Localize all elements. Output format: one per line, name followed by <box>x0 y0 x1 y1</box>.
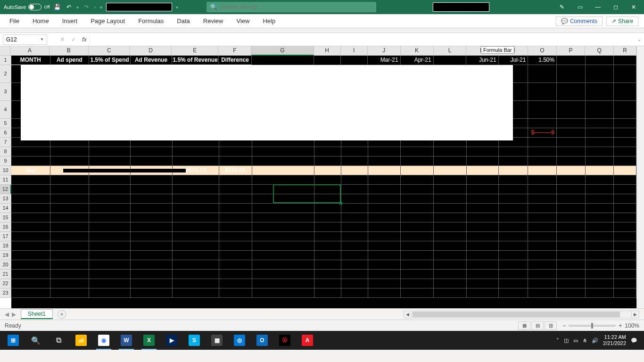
cell-G21[interactable] <box>252 270 314 279</box>
cell-L22[interactable] <box>434 279 467 288</box>
col-header-H[interactable]: H <box>314 46 341 56</box>
cell-N1[interactable]: Jul-21 <box>499 56 528 65</box>
cell-N22[interactable] <box>499 279 528 288</box>
cell-G8[interactable] <box>252 147 314 156</box>
cell-I11[interactable] <box>341 175 368 185</box>
cell-H13[interactable] <box>314 194 341 204</box>
row-header-9[interactable]: 9 <box>0 156 11 166</box>
cell-O17[interactable] <box>528 232 557 241</box>
outlook-icon[interactable]: O <box>251 331 273 350</box>
cell-F23[interactable] <box>219 288 252 298</box>
autosave-toggle[interactable]: AutoSave Off <box>4 4 50 10</box>
cell-C18[interactable] <box>89 241 131 251</box>
share-button[interactable]: ↗ Share <box>606 16 638 26</box>
cell-A13[interactable] <box>11 194 50 204</box>
cell-Q5[interactable] <box>586 119 614 128</box>
cell-L9[interactable] <box>434 156 467 166</box>
app-icon-1[interactable]: ⦿ <box>273 331 296 350</box>
cell-K13[interactable] <box>401 194 434 204</box>
cell-G17[interactable] <box>252 232 314 241</box>
add-sheet-button[interactable]: + <box>58 310 66 319</box>
cell-A12[interactable] <box>11 185 50 194</box>
row-header-21[interactable]: 21 <box>0 270 11 279</box>
cell-R12[interactable] <box>614 185 636 194</box>
cell-J23[interactable] <box>368 288 401 298</box>
task-view-icon[interactable]: ⧉ <box>47 331 70 350</box>
cell-O18[interactable] <box>528 241 557 251</box>
row-header-16[interactable]: 16 <box>0 222 11 232</box>
row-header-4[interactable]: 4 <box>0 101 11 119</box>
cell-A16[interactable] <box>11 222 50 232</box>
cell-H22[interactable] <box>314 279 341 288</box>
cell-M9[interactable] <box>467 156 499 166</box>
cell-O22[interactable] <box>528 279 557 288</box>
name-box-dropdown-icon[interactable]: ▼ <box>40 37 44 41</box>
cell-N10[interactable] <box>499 166 528 175</box>
cell-K20[interactable] <box>401 260 434 270</box>
cell-E1[interactable]: 1.5% of Revenue <box>172 56 219 65</box>
cell-O8[interactable] <box>528 147 557 156</box>
cell-P17[interactable] <box>557 232 586 241</box>
cell-Q8[interactable] <box>586 147 614 156</box>
cell-C13[interactable] <box>89 194 131 204</box>
cell-Q20[interactable] <box>586 260 614 270</box>
cell-N13[interactable] <box>499 194 528 204</box>
cell-M20[interactable] <box>467 260 499 270</box>
search-box[interactable]: 🔍 <box>206 2 376 12</box>
cell-M18[interactable] <box>467 241 499 251</box>
cell-P22[interactable] <box>557 279 586 288</box>
cell-Q17[interactable] <box>586 232 614 241</box>
cell-G14[interactable] <box>252 204 314 213</box>
cell-K21[interactable] <box>401 270 434 279</box>
cell-J19[interactable] <box>368 251 401 260</box>
row-header-8[interactable]: 8 <box>0 147 11 156</box>
col-header-C[interactable]: C <box>89 46 130 56</box>
cell-M19[interactable] <box>467 251 499 260</box>
cell-I9[interactable] <box>341 156 368 166</box>
col-header-P[interactable]: P <box>557 46 586 56</box>
cell-K18[interactable] <box>401 241 434 251</box>
cell-L16[interactable] <box>434 222 467 232</box>
cell-R22[interactable] <box>614 279 636 288</box>
row-header-7[interactable]: 7 <box>0 138 11 147</box>
cell-C9[interactable] <box>89 156 131 166</box>
cell-K12[interactable] <box>401 185 434 194</box>
cell-F17[interactable] <box>219 232 252 241</box>
cell-E14[interactable] <box>173 204 219 213</box>
cell-F19[interactable] <box>219 251 252 260</box>
cell-G22[interactable] <box>252 279 314 288</box>
cell-M11[interactable] <box>467 175 499 185</box>
qat-customize-icon[interactable]: ▾ <box>100 5 102 10</box>
cell-C1[interactable]: 1.5% of Spend <box>89 56 131 65</box>
cell-O3[interactable] <box>528 83 557 101</box>
col-header-E[interactable]: E <box>172 46 218 56</box>
cell-R5[interactable] <box>614 119 636 128</box>
cell-J15[interactable] <box>368 213 401 222</box>
cell-K1[interactable]: Apr-21 <box>401 56 434 65</box>
formula-bar-expand-icon[interactable]: ⌄ <box>635 37 644 42</box>
pen-icon[interactable]: ✎ <box>557 2 567 12</box>
col-header-B[interactable]: B <box>50 46 89 56</box>
cell-B12[interactable] <box>50 185 90 194</box>
cell-I21[interactable] <box>341 270 368 279</box>
cell-B20[interactable] <box>50 260 90 270</box>
cell-R23[interactable] <box>614 288 636 298</box>
hscroll-right-icon[interactable]: ▶ <box>631 311 639 318</box>
cell-M1[interactable]: Jun-21 <box>466 56 498 65</box>
cell-O21[interactable] <box>528 270 557 279</box>
cell-B9[interactable] <box>50 156 90 166</box>
cell-M16[interactable] <box>467 222 499 232</box>
camera-icon[interactable]: ◎ <box>228 331 251 350</box>
cell-O5[interactable] <box>528 119 557 128</box>
cell-B14[interactable] <box>50 204 90 213</box>
cell-I13[interactable] <box>341 194 368 204</box>
cell-L15[interactable] <box>434 213 467 222</box>
cell-A19[interactable] <box>11 251 50 260</box>
cell-I23[interactable] <box>341 288 368 298</box>
cell-E21[interactable] <box>173 270 219 279</box>
cell-J1[interactable]: Mar-21 <box>368 56 401 65</box>
tray-chevron-icon[interactable]: ˄ <box>556 337 559 344</box>
cell-L21[interactable] <box>434 270 467 279</box>
cell-M14[interactable] <box>467 204 499 213</box>
cell-E22[interactable] <box>173 279 219 288</box>
